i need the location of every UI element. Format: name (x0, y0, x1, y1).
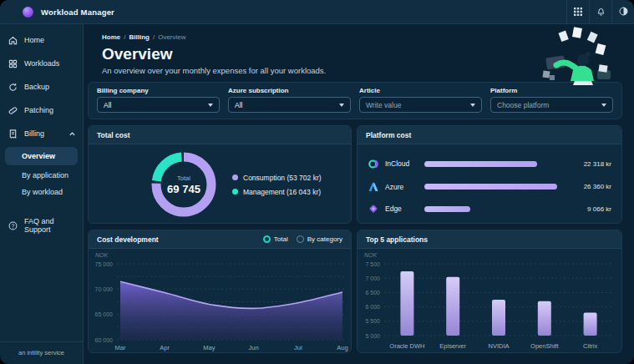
legend-label: Management (16 043 kr) (243, 188, 321, 196)
cards-row-2: Cost development Total By category 75 00… (88, 230, 622, 353)
radio-unselected-icon (297, 235, 304, 243)
platform-value: 22 318 kr (568, 160, 611, 168)
filter-article: Article Write value (359, 87, 482, 113)
sidebar-item-faq-support[interactable]: FAQ and Support (0, 210, 83, 240)
notifications-button[interactable] (589, 0, 611, 23)
card-title: Platform cost (358, 126, 621, 144)
breadcrumb-current: Overview (158, 33, 185, 41)
main-content: Home / Billing / Overview Overview An ov… (84, 23, 634, 364)
chevron-down-icon (470, 104, 475, 107)
filter-azure-subscription: Azure subscription All (228, 87, 351, 113)
topbar-actions (566, 0, 634, 23)
svg-text:5 000: 5 000 (365, 333, 380, 339)
legend-dot (232, 189, 238, 195)
platform-label: Edge (385, 205, 418, 213)
breadcrumb-separator: / (124, 33, 125, 41)
radio-label: By category (307, 235, 342, 243)
sidebar-item-label: FAQ and Support (24, 217, 75, 234)
home-icon (8, 35, 18, 45)
legend-item-management: Management (16 043 kr) (232, 188, 322, 196)
svg-text:Oracle DWH: Oracle DWH (389, 342, 424, 350)
apps-grid-button[interactable] (566, 0, 589, 23)
platform-row-incloud: InCloud 22 318 kr (368, 159, 611, 169)
sidebar-subitem-by-application[interactable]: By application (0, 167, 83, 184)
sidebar-item-workloads[interactable]: Workloads (0, 52, 83, 75)
legend-dot (232, 174, 238, 180)
svg-text:Jul: Jul (294, 344, 302, 351)
azure-icon (368, 182, 379, 192)
chevron-down-icon (601, 104, 606, 107)
page-header: Home / Billing / Overview Overview An ov… (88, 23, 622, 75)
backup-icon (8, 82, 18, 92)
article-select[interactable]: Write value (359, 97, 482, 113)
service-branding: an intility service (0, 341, 83, 364)
edge-icon (368, 204, 379, 214)
card-title: Top 5 applications (358, 230, 621, 249)
apps-grid-icon (574, 6, 582, 18)
sidebar-item-home[interactable]: Home (0, 28, 83, 52)
incloud-icon (368, 159, 379, 169)
billing-company-select[interactable]: All (97, 97, 220, 113)
sidebar-item-label: Home (24, 36, 44, 44)
card-title: Total cost (89, 126, 351, 144)
select-placeholder: Write value (366, 101, 401, 109)
platform-bar (424, 206, 470, 212)
theme-toggle-button[interactable] (611, 0, 634, 23)
patching-icon (8, 105, 18, 115)
radio-by-category[interactable]: By category (297, 235, 342, 243)
platform-row-edge: Edge 9 066 kr (368, 204, 611, 214)
svg-text:Mar: Mar (115, 344, 126, 351)
legend-label: Consumption (53 702 kr) (243, 174, 322, 182)
platform-cost-card: Platform cost InCloud 22 318 kr (357, 125, 622, 224)
platform-bar (424, 161, 537, 167)
platform-value: 9 066 kr (568, 205, 611, 213)
sidebar-subitem-by-workload[interactable]: By workload (0, 184, 83, 200)
top-applications-card: Top 5 applications 7 5007 0006 5006 0005… (357, 230, 622, 353)
svg-text:65 000: 65 000 (95, 311, 114, 317)
chevron-down-icon (208, 104, 213, 107)
svg-text:Jun: Jun (249, 344, 259, 351)
svg-text:Episerver: Episerver (439, 342, 466, 350)
sidebar-item-label: Patching (24, 106, 53, 114)
donut-total-label: Total (177, 174, 190, 182)
donut-legend: Consumption (53 702 kr) Management (16 0… (232, 174, 322, 196)
radio-label: Total (274, 235, 288, 243)
total-cost-body: Total 69 745 Consumption (53 702 kr) Man… (89, 144, 351, 224)
platform-select[interactable]: Choose platform (490, 97, 613, 113)
svg-text:NVIDIA: NVIDIA (488, 342, 509, 350)
svg-text:6 500: 6 500 (365, 290, 380, 296)
platform-row-azure: Azure 26 360 kr (368, 182, 611, 192)
svg-text:NOK: NOK (364, 252, 378, 258)
breadcrumb-separator: / (153, 33, 155, 41)
chevron-up-icon (69, 129, 75, 138)
billing-icon (8, 129, 18, 139)
cost-development-card: Cost development Total By category 75 00… (88, 230, 352, 353)
cost-development-header: Cost development Total By category (89, 230, 351, 249)
card-title: Cost development (97, 235, 159, 244)
sidebar-item-billing[interactable]: Billing (0, 122, 83, 145)
sidebar-item-backup[interactable]: Backup (0, 75, 83, 99)
radio-selected-icon (263, 235, 271, 243)
filter-platform: Platform Choose platform (490, 87, 613, 113)
theme-toggle-icon (619, 6, 628, 18)
app-logo-icon (23, 7, 33, 18)
total-cost-card: Total cost Total 69 745 Consumption (53 … (88, 125, 352, 224)
sidebar-subitem-overview[interactable]: Overview (5, 147, 78, 165)
azure-subscription-select[interactable]: All (228, 97, 351, 113)
sidebar-item-patching[interactable]: Patching (0, 99, 83, 122)
svg-text:May: May (203, 344, 215, 351)
sidebar-item-label: Billing (24, 129, 44, 138)
platform-bar (424, 184, 557, 190)
select-value: All (104, 101, 111, 109)
donut-total-value: 69 745 (167, 183, 200, 195)
radio-total[interactable]: Total (263, 235, 288, 243)
select-value: All (235, 101, 242, 109)
app-title: Workload Manager (41, 8, 114, 17)
breadcrumb-home[interactable]: Home (102, 33, 120, 41)
svg-text:7 000: 7 000 (365, 276, 380, 281)
breadcrumb-billing[interactable]: Billing (129, 33, 149, 41)
legend-item-consumption: Consumption (53 702 kr) (232, 174, 322, 182)
filter-label: Article (359, 87, 482, 94)
select-placeholder: Choose platform (497, 101, 549, 109)
faq-icon (8, 220, 18, 230)
